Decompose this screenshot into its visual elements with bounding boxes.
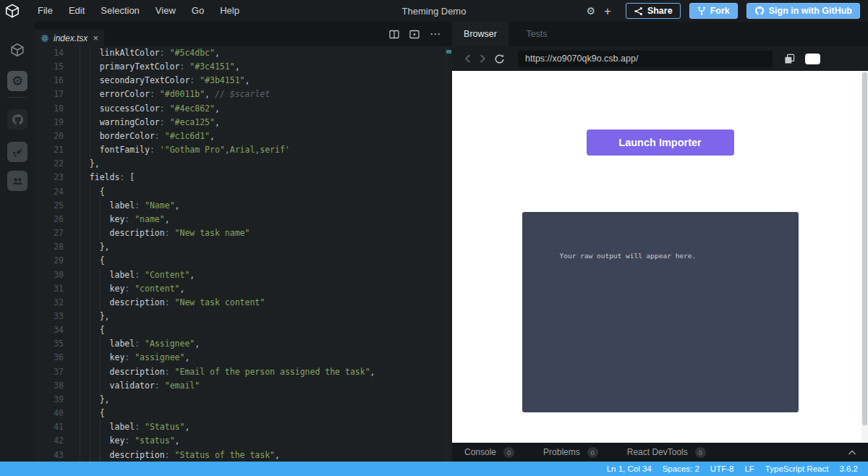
page-scrollbar[interactable]	[861, 71, 868, 443]
code-line[interactable]: 16secondaryTextColor: "#3b4151",	[35, 74, 452, 88]
code-line[interactable]: 42key: "status",	[35, 434, 452, 448]
fork-button[interactable]: Fork	[689, 3, 738, 19]
code-line[interactable]: 30label: "Content",	[35, 268, 452, 282]
browser-viewport: Launch Importer Your raw output will app…	[452, 71, 868, 443]
open-in-new-window-icon[interactable]	[784, 54, 795, 64]
preview-frame-icon[interactable]	[409, 30, 420, 39]
code-line[interactable]: 41label: "Status",	[35, 420, 452, 434]
raw-output-panel: Your raw output will appear here.	[522, 212, 799, 412]
badge: 0	[503, 447, 514, 458]
code-line[interactable]: 24{	[35, 185, 452, 199]
code-line[interactable]: 23fields: [	[35, 171, 452, 184]
console-tab-problems[interactable]: Problems0	[543, 447, 598, 458]
editor-scrollbar[interactable]	[446, 46, 446, 462]
code-line[interactable]: 22},	[35, 157, 452, 171]
code-line[interactable]: 28},	[35, 240, 452, 254]
sidebar-item-settings[interactable]: ⚙	[7, 71, 27, 91]
code-line[interactable]: 17errorColor: "#d0011b", // $scarlet	[35, 88, 452, 101]
tab-tests[interactable]: Tests	[509, 22, 565, 46]
line-number: 41	[35, 420, 64, 434]
code-line[interactable]: 18successColor: "#4ec862",	[35, 102, 452, 116]
code-line[interactable]: 14linkAltColor: "#5c4dbc",	[35, 46, 452, 60]
menu-selection[interactable]: Selection	[93, 0, 147, 22]
code-line[interactable]: 34{	[35, 323, 452, 337]
code-line[interactable]: 15primaryTextColor: "#3c4151",	[35, 60, 452, 74]
forward-icon[interactable]	[479, 54, 487, 64]
code-line[interactable]: 39},	[35, 393, 452, 407]
line-number: 14	[35, 46, 64, 60]
code-line[interactable]: 32description: "New task content"	[35, 296, 452, 310]
tab-index-tsx[interactable]: index.tsx ×	[35, 30, 104, 46]
url-input[interactable]	[518, 51, 773, 67]
code-line[interactable]: 21fontFamily: '"Gotham Pro",Arial,serif'	[35, 143, 452, 157]
console-tab-console[interactable]: Console0	[464, 447, 514, 458]
menu-file[interactable]: File	[30, 0, 61, 22]
sidebar-item-live[interactable]	[7, 171, 27, 191]
code-editor[interactable]: 14linkAltColor: "#5c4dbc",15primaryTextC…	[35, 46, 452, 462]
share-button[interactable]: Share	[626, 3, 681, 19]
tab-browser[interactable]: Browser	[452, 22, 509, 46]
code-line[interactable]: 19warningColor: "#eca125",	[35, 116, 452, 129]
sidebar-item-explorer[interactable]	[7, 40, 27, 60]
line-number: 22	[35, 157, 64, 171]
back-icon[interactable]	[464, 54, 472, 64]
line-number: 26	[35, 213, 64, 226]
new-sandbox-plus-icon[interactable]: +	[604, 5, 611, 17]
status-item[interactable]: TypeScript React	[765, 464, 829, 473]
console-tab-react-devtools[interactable]: React DevTools0	[627, 447, 706, 458]
status-item[interactable]: 3.6.2	[839, 464, 858, 473]
code-line[interactable]: 37description: "Email of the person assi…	[35, 365, 452, 379]
line-number: 23	[35, 171, 64, 184]
split-view-icon[interactable]	[389, 30, 399, 39]
editor-toolbar: ⋯	[389, 27, 441, 41]
code-line[interactable]: 29{	[35, 254, 452, 268]
chevron-up-icon[interactable]	[848, 449, 856, 456]
codesandbox-logo-icon[interactable]	[4, 3, 20, 19]
menu-go[interactable]: Go	[184, 0, 212, 22]
codesandbox-app: FileEditSelectionViewGoHelp Theming Demo…	[0, 0, 868, 476]
code-line[interactable]: 25label: "Name",	[35, 199, 452, 213]
tab-filename: index.tsx	[54, 33, 88, 43]
sidebar-item-deployment[interactable]	[7, 142, 27, 162]
code-line[interactable]: 36key: "assignee",	[35, 351, 452, 365]
signin-github-button[interactable]: Sign in with GitHub	[746, 3, 860, 19]
responsive-mode-toggle[interactable]	[805, 54, 820, 64]
status-item[interactable]: Spaces: 2	[663, 464, 699, 473]
console-tabs: Console0Problems0React DevTools0	[464, 447, 706, 458]
menu-view[interactable]: View	[148, 0, 184, 22]
line-number: 43	[35, 449, 64, 462]
line-number: 18	[35, 102, 64, 116]
code-line[interactable]: 38validator: "email"	[35, 379, 452, 393]
line-number: 20	[35, 129, 64, 143]
status-item[interactable]: UTF-8	[710, 464, 734, 473]
code-line[interactable]: 27description: "New task name"	[35, 226, 452, 240]
react-icon	[41, 34, 49, 43]
titlebar-actions: ⚙ + Share	[586, 0, 860, 22]
launch-importer-button[interactable]: Launch Importer	[587, 129, 734, 156]
scrollbar-thumb[interactable]	[862, 72, 867, 425]
code-line[interactable]: 43description: "Status of the task",	[35, 449, 452, 462]
code-line[interactable]: 35label: "Assignee",	[35, 337, 452, 351]
code-line[interactable]: 31key: "content",	[35, 282, 452, 296]
menu-help[interactable]: Help	[212, 0, 247, 22]
code-line[interactable]: 33},	[35, 310, 452, 323]
octocat-icon	[12, 114, 24, 126]
sidebar-item-github[interactable]	[7, 109, 27, 129]
close-icon[interactable]: ×	[93, 33, 98, 43]
line-number: 39	[35, 393, 64, 407]
menu-edit[interactable]: Edit	[61, 0, 93, 22]
more-options-icon[interactable]: ⋯	[430, 29, 441, 40]
code-line[interactable]: 40{	[35, 407, 452, 420]
code-line[interactable]: 20borderColor: "#c1c6d1",	[35, 129, 452, 143]
refresh-icon[interactable]	[494, 54, 505, 64]
preferences-gear-icon[interactable]: ⚙	[586, 6, 595, 16]
fork-label: Fork	[710, 6, 730, 16]
status-item[interactable]: Ln 1, Col 34	[607, 464, 652, 473]
statusbar: Ln 1, Col 34Spaces: 2UTF-8LFTypeScript R…	[0, 462, 868, 476]
preview-panel: BrowserTests	[452, 22, 868, 462]
status-item[interactable]: LF	[744, 464, 754, 473]
line-number: 27	[35, 226, 64, 240]
line-number: 25	[35, 199, 64, 213]
preview-tabbar: BrowserTests	[452, 22, 868, 46]
code-line[interactable]: 26key: "name",	[35, 213, 452, 226]
